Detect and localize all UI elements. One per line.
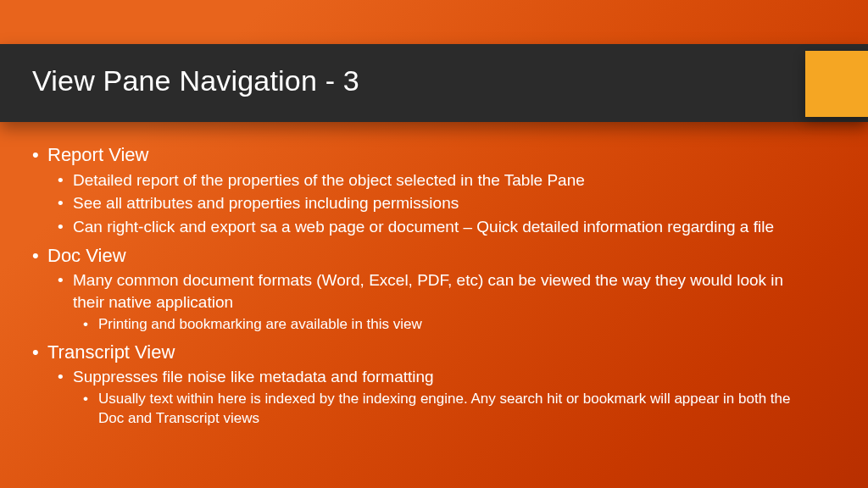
bullet-text: Many common document formats (Word, Exce… — [73, 269, 817, 313]
bullet-item: Can right-click and export sa a web page… — [58, 216, 817, 238]
slide-title: View Pane Navigation - 3 — [32, 64, 359, 97]
bullet-item: See all attributes and properties includ… — [58, 192, 817, 214]
sub-bullet-item: Printing and bookmarking are available i… — [83, 315, 817, 335]
section-transcript-view: Transcript View Suppresses file noise li… — [32, 340, 817, 429]
section-heading: Transcript View — [47, 340, 817, 365]
sub-bullet-text: Printing and bookmarking are available i… — [98, 315, 817, 335]
bullet-text: Suppresses file noise like metadata and … — [73, 366, 817, 388]
bullet-text: Can right-click and export sa a web page… — [73, 216, 817, 238]
sub-bullet-text: Usually text within here is indexed by t… — [98, 390, 817, 429]
bullet-text: Detailed report of the properties of the… — [73, 169, 817, 191]
bullet-item: Suppresses file noise like metadata and … — [58, 366, 817, 429]
bullet-item: Many common document formats (Word, Exce… — [58, 269, 817, 334]
section-heading: Report View — [47, 142, 817, 168]
section-heading: Doc View — [47, 243, 817, 269]
section-report-view: Report View Detailed report of the prope… — [32, 142, 817, 238]
bullet-item: Detailed report of the properties of the… — [58, 169, 817, 191]
slide-content: Report View Detailed report of the prope… — [32, 142, 817, 434]
accent-block — [805, 51, 868, 117]
bullet-text: See all attributes and properties includ… — [73, 192, 817, 214]
sub-bullet-item: Usually text within here is indexed by t… — [83, 390, 817, 429]
section-doc-view: Doc View Many common document formats (W… — [32, 243, 817, 335]
